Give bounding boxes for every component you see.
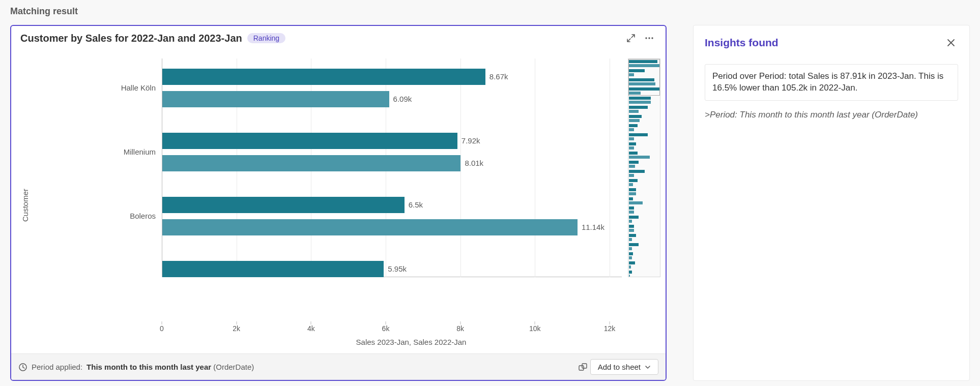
bar-value-label: 11.14k: [582, 223, 604, 231]
footer-period: Period applied: This month to this month…: [18, 363, 254, 372]
minimap-bar: [629, 206, 634, 210]
minimap-bar: [629, 229, 634, 232]
minimap-bar: [629, 225, 634, 228]
minimap-bar: [629, 220, 632, 223]
y-baseline: [162, 58, 162, 277]
card-header: Customer by Sales for 2022-Jan and 2023-…: [11, 26, 666, 48]
card-title: Customer by Sales for 2022-Jan and 2023-…: [20, 33, 242, 44]
minimap-bar: [629, 124, 638, 127]
minimap-bar: [629, 152, 638, 155]
minimap-bar: [629, 275, 630, 277]
bar-value-label: 5.95k: [388, 264, 407, 273]
minimap-bar: [629, 238, 632, 241]
minimap-bar: [629, 216, 639, 219]
minimap-bar: [629, 243, 639, 246]
minimap-bar: [629, 170, 645, 173]
x-axis-ticks: 02k4k6k8k10k12k: [162, 321, 610, 336]
plot-area[interactable]: 8.67k6.09k7.92k8.01k6.5k11.14k5.95k: [162, 58, 622, 277]
minimap-bar: [629, 174, 634, 177]
insights-card: Insights found Period over Period: total…: [693, 25, 970, 381]
x-tick-label: 0: [160, 324, 164, 333]
category-label: Millenium: [124, 147, 156, 156]
minimap-bar: [629, 247, 632, 250]
bar-value-label: 6.09k: [393, 95, 412, 103]
bar[interactable]: [162, 261, 384, 277]
x-tick-label: 10k: [529, 324, 541, 333]
minimap-bar: [629, 110, 639, 113]
fullscreen-icon[interactable]: [624, 31, 638, 45]
minimap-bar: [629, 101, 651, 104]
explore-icon[interactable]: [576, 360, 590, 374]
minimap-bar: [629, 256, 632, 259]
bar[interactable]: [162, 91, 389, 107]
bar-value-label: 7.92k: [462, 136, 480, 145]
period-field: (OrderDate): [213, 363, 254, 371]
minimap-bar: [629, 265, 631, 269]
bar[interactable]: [162, 69, 485, 85]
insights-title: Insights found: [705, 37, 779, 49]
chart-body: Customer Halle KölnMilleniumBoleros 8.67…: [11, 48, 666, 353]
section-heading: Matching result: [10, 6, 970, 17]
ranking-tag: Ranking: [247, 33, 285, 43]
minimap-bar: [629, 161, 639, 164]
minimap-bar: [629, 156, 650, 159]
chevron-down-icon: [645, 364, 651, 370]
bar-value-label: 8.67k: [489, 72, 508, 81]
period-value: This month to this month last year: [87, 363, 211, 371]
minimap-bar: [629, 106, 648, 109]
category-label: Boleros: [130, 212, 156, 220]
minimap-bar: [629, 133, 648, 136]
minimap-bar: [629, 128, 634, 131]
bar[interactable]: [162, 155, 460, 171]
minimap-viewport[interactable]: [628, 59, 660, 96]
minimap-bar: [629, 252, 633, 255]
svg-point-0: [645, 37, 647, 39]
minimap-bar: [629, 271, 632, 274]
minimap-bar: [629, 261, 635, 264]
close-icon[interactable]: [944, 36, 958, 50]
bar[interactable]: [162, 197, 405, 213]
svg-point-1: [648, 37, 650, 39]
add-to-sheet-button[interactable]: Add to sheet: [590, 359, 658, 375]
y-axis-label: Customer: [21, 188, 30, 221]
minimap-bar: [629, 197, 633, 200]
minimap-bar: [629, 188, 636, 191]
minimap-bar: [629, 234, 636, 237]
bar-value-label: 8.01k: [465, 159, 483, 167]
minimap-bar: [629, 142, 636, 145]
x-tick-label: 2k: [233, 324, 240, 333]
minimap-bar: [629, 201, 643, 204]
minimap-bar: [629, 115, 642, 118]
minimap-bar: [629, 97, 651, 100]
category-label: Halle Köln: [121, 83, 156, 92]
y-axis-label-wrap: Customer: [16, 58, 35, 351]
bar[interactable]: [162, 133, 457, 149]
svg-point-2: [651, 37, 653, 39]
category-labels: Halle KölnMilleniumBoleros: [35, 58, 162, 351]
x-axis-label: Sales 2023-Jan, Sales 2022-Jan: [162, 336, 660, 351]
x-tick-label: 6k: [382, 324, 390, 333]
x-tick-label: 4k: [307, 324, 315, 333]
minimap-bar: [629, 183, 633, 186]
clock-icon: [18, 363, 27, 372]
card-footer: Period applied: This month to this month…: [11, 353, 666, 380]
insight-body: Period over Period: total Sales is 87.91…: [705, 64, 958, 101]
insight-note: >Period: This month to this month last y…: [705, 110, 958, 120]
minimap-bar: [629, 137, 634, 140]
x-tick-label: 8k: [456, 324, 464, 333]
minimap-bar: [629, 146, 634, 150]
minimap-bar: [629, 179, 638, 182]
period-label: Period applied:: [32, 363, 82, 371]
x-tick-label: 12k: [604, 324, 616, 333]
minimap-bar: [629, 119, 640, 122]
more-icon[interactable]: [642, 31, 656, 45]
minimap[interactable]: [628, 58, 660, 277]
minimap-bar: [629, 192, 636, 195]
chart-card: Customer by Sales for 2022-Jan and 2023-…: [10, 25, 667, 381]
minimap-bar: [629, 211, 634, 214]
add-to-sheet-label: Add to sheet: [598, 363, 641, 371]
insights-header: Insights found: [705, 36, 958, 50]
bar[interactable]: [162, 219, 578, 235]
bar-value-label: 6.5k: [409, 200, 423, 209]
minimap-bar: [629, 165, 635, 168]
